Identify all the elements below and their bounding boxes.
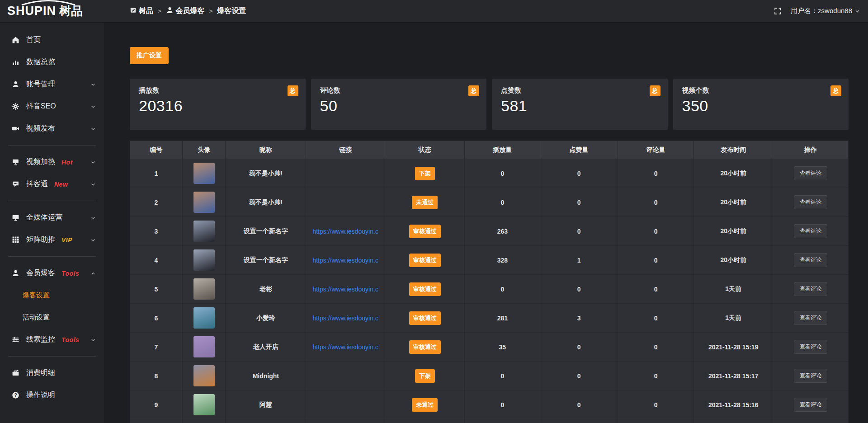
fullscreen-icon[interactable] xyxy=(774,7,782,15)
cell-likes: 3 xyxy=(540,304,618,333)
video-link[interactable]: https://www.iesdouyin.c xyxy=(312,286,378,293)
sidebar-item-operation-guide[interactable]: ?操作说明 xyxy=(0,384,104,406)
sidebar-subitem-baoke-setting[interactable]: 爆客设置 xyxy=(0,284,104,306)
gear-icon xyxy=(12,103,19,110)
sidebar-item-label: 抖音SEO xyxy=(26,102,56,111)
view-comments-button[interactable]: 查看评论 xyxy=(794,398,827,412)
avatar[interactable] xyxy=(193,192,215,213)
cell-likes: 0 xyxy=(540,333,618,362)
svg-text:?: ? xyxy=(14,393,17,398)
chevron-down-icon xyxy=(90,182,96,187)
view-comments-button[interactable]: 查看评论 xyxy=(794,253,827,267)
total-badge: 总 xyxy=(830,85,841,96)
sidebar-item-video-heat[interactable]: 视频加热Hot xyxy=(0,151,104,173)
cell-plays: 0 xyxy=(465,159,540,188)
cell-action xyxy=(773,419,849,423)
sidebar-item-consume-detail[interactable]: 消费明细 xyxy=(0,362,104,384)
status-badge[interactable]: 未通过 xyxy=(412,196,438,209)
sidebar-item-matrix-boost[interactable]: 矩阵助推VIP xyxy=(0,229,104,251)
cell-id: 6 xyxy=(130,304,183,333)
status-badge[interactable]: 下架 xyxy=(415,369,435,383)
avatar[interactable] xyxy=(193,249,215,271)
avatar[interactable] xyxy=(193,278,215,300)
breadcrumb-item[interactable]: 树品 xyxy=(130,6,153,16)
view-comments-button[interactable]: 查看评论 xyxy=(794,311,827,325)
chevron-down-icon xyxy=(90,104,96,109)
cell-plays: 0 xyxy=(465,390,540,419)
cell-link xyxy=(306,390,385,419)
app-logo[interactable]: SHUPIN 树品 xyxy=(0,3,104,19)
stat-card-label: 视频个数 xyxy=(682,86,840,95)
table-row: 3 设置一个新名字 https://www.iesdouyin.c 审核通过 2… xyxy=(130,217,849,246)
breadcrumb-item[interactable]: 会员爆客 xyxy=(166,6,205,16)
wallet-icon xyxy=(12,369,19,377)
sidebar-item-all-media[interactable]: 全媒体运营 xyxy=(0,207,104,229)
sidebar-item-clue-monitor[interactable]: 线索监控Tools xyxy=(0,329,104,351)
sidebar-item-douketong[interactable]: 抖客通New xyxy=(0,173,104,195)
video-link[interactable]: https://www.iesdouyin.c xyxy=(312,257,378,264)
sidebar-item-account-manage[interactable]: 账号管理 xyxy=(0,73,104,95)
table-row xyxy=(130,419,849,423)
promo-settings-button[interactable]: 推广设置 xyxy=(130,47,169,64)
status-badge[interactable]: 审核通过 xyxy=(409,340,441,354)
view-comments-button[interactable]: 查看评论 xyxy=(794,282,827,296)
user-icon xyxy=(12,80,19,88)
avatar[interactable] xyxy=(193,394,215,415)
video-link[interactable]: https://www.iesdouyin.c xyxy=(312,343,378,351)
status-badge[interactable]: 下架 xyxy=(415,167,435,180)
sidebar-item-member-baoke[interactable]: 会员爆客Tools xyxy=(0,262,104,284)
cell-id: 5 xyxy=(130,275,183,304)
chevron-up-icon xyxy=(90,271,96,276)
chevron-down-icon xyxy=(90,237,96,243)
view-comments-button[interactable]: 查看评论 xyxy=(794,195,827,209)
view-comments-button[interactable]: 查看评论 xyxy=(794,224,827,238)
username-label: 用户名：zswodun88 xyxy=(791,7,852,15)
sidebar-item-data-overview[interactable]: 数据总览 xyxy=(0,51,104,73)
cell-action: 查看评论 xyxy=(773,362,849,390)
status-badge[interactable]: 审核通过 xyxy=(409,254,441,267)
user-menu[interactable]: 用户名：zswodun88 xyxy=(791,7,860,15)
sidebar-subitem-activity-setting[interactable]: 活动设置 xyxy=(0,306,104,329)
cell-id xyxy=(130,419,183,423)
cell-nickname: 老人开店 xyxy=(226,333,306,362)
cell-comments: 0 xyxy=(618,217,693,246)
cell-link xyxy=(306,188,385,217)
chevron-down-icon xyxy=(90,337,96,343)
view-comments-button[interactable]: 查看评论 xyxy=(794,340,827,354)
cell-id: 2 xyxy=(130,188,183,217)
avatar[interactable] xyxy=(193,365,215,386)
cell-nickname: 阿慧 xyxy=(226,390,306,419)
cell-avatar xyxy=(182,246,225,275)
stat-card-value: 350 xyxy=(682,97,840,115)
status-badge[interactable]: 审核通过 xyxy=(409,311,441,325)
monitor-icon xyxy=(12,214,19,221)
video-link[interactable]: https://www.iesdouyin.c xyxy=(312,315,378,322)
sidebar-item-label: 操作说明 xyxy=(26,390,55,400)
sidebar-item-video-publish[interactable]: 视频发布 xyxy=(0,118,104,140)
cell-plays: 0 xyxy=(465,188,540,217)
cell-action: 查看评论 xyxy=(773,159,849,188)
status-badge[interactable]: 审核通过 xyxy=(409,225,441,238)
sidebar-item-douyin-seo[interactable]: 抖音SEO xyxy=(0,95,104,118)
avatar[interactable] xyxy=(193,221,215,242)
sidebar: 首页数据总览账号管理抖音SEO视频发布视频加热Hot抖客通New全媒体运营矩阵助… xyxy=(0,23,104,423)
avatar[interactable] xyxy=(193,336,215,357)
video-link[interactable]: https://www.iesdouyin.c xyxy=(312,228,378,235)
table-row: 6 小爱玲 https://www.iesdouyin.c 审核通过 281 3… xyxy=(130,304,849,333)
status-badge[interactable]: 审核通过 xyxy=(409,282,441,296)
cell-comments: 0 xyxy=(618,362,693,390)
avatar[interactable] xyxy=(193,307,215,329)
sidebar-item-label: 账号管理 xyxy=(26,80,55,89)
sidebar-item-home[interactable]: 首页 xyxy=(0,29,104,51)
status-badge[interactable]: 未通过 xyxy=(412,398,438,412)
stat-card-label: 评论数 xyxy=(320,86,478,95)
view-comments-button[interactable]: 查看评论 xyxy=(794,166,827,180)
table-column-header: 状态 xyxy=(385,141,465,159)
avatar[interactable] xyxy=(193,163,215,184)
view-comments-button[interactable]: 查看评论 xyxy=(794,369,827,383)
cell-action: 查看评论 xyxy=(773,246,849,275)
table-column-header: 编号 xyxy=(130,141,183,159)
table-column-header: 操作 xyxy=(773,141,849,159)
table-column-header: 点赞量 xyxy=(540,141,618,159)
breadcrumb-item[interactable]: 爆客设置 xyxy=(217,6,246,16)
